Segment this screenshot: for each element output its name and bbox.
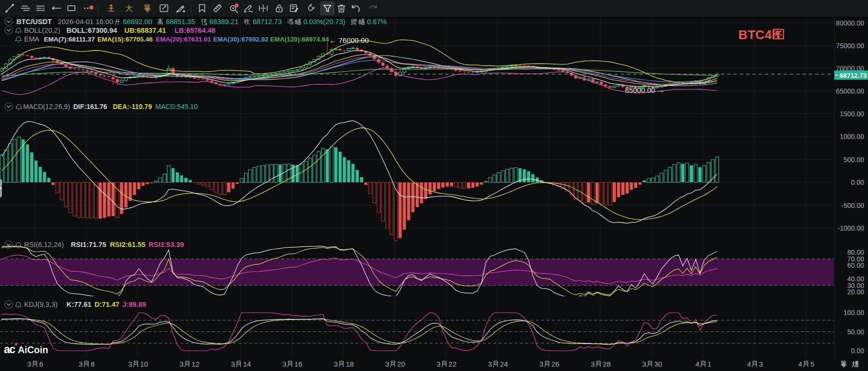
svg-text:RSI1:71.75: RSI1:71.75 [71, 241, 106, 248]
svg-text:J:89.89: J:89.89 [122, 301, 146, 308]
svg-text:1000.00: 1000.00 [840, 133, 864, 140]
svg-text:16: 16 [294, 360, 302, 368]
svg-text:BTC/USDT: BTC/USDT [16, 18, 52, 26]
svg-text:EMA(30):67692.92: EMA(30):67692.92 [213, 36, 269, 43]
svg-text:0.03%(20.73): 0.03%(20.73) [303, 18, 345, 26]
svg-text:24: 24 [500, 360, 508, 368]
svg-text:RSI3:53.39: RSI3:53.39 [149, 241, 184, 248]
svg-text:3: 3 [759, 360, 763, 368]
svg-text:-1000.00: -1000.00 [838, 224, 864, 232]
svg-text:3: 3 [334, 360, 338, 368]
svg-text:26: 26 [551, 360, 559, 368]
svg-text:8: 8 [91, 360, 95, 368]
svg-text:EMA(15):67705.46: EMA(15):67705.46 [97, 36, 153, 43]
svg-text:EMA(20):67631.01: EMA(20):67631.01 [156, 36, 211, 43]
svg-text:12: 12 [191, 360, 200, 368]
svg-text:3: 3 [179, 360, 183, 368]
svg-text:3: 3 [436, 360, 440, 368]
svg-text:65000.00 →: 65000.00 → [625, 86, 665, 94]
svg-text:500.00: 500.00 [843, 156, 864, 164]
svg-text:DIF:161.76: DIF:161.76 [73, 103, 107, 110]
svg-text:75000.00: 75000.00 [836, 42, 865, 50]
svg-text:3: 3 [540, 360, 543, 368]
svg-text:50.00: 50.00 [847, 328, 864, 336]
svg-text:3: 3 [642, 360, 646, 368]
svg-text:14: 14 [243, 360, 251, 368]
svg-text:28: 28 [603, 360, 611, 368]
svg-text:65000.00: 65000.00 [836, 87, 865, 95]
svg-text:30: 30 [654, 360, 663, 368]
svg-text:0.67%: 0.67% [367, 18, 387, 26]
svg-text:3: 3 [488, 360, 492, 368]
svg-text:1500.00: 1500.00 [840, 110, 864, 118]
svg-text:EMA: EMA [24, 35, 40, 43]
svg-text:100.00: 100.00 [843, 309, 864, 316]
svg-text:LB:65764.48: LB:65764.48 [175, 27, 216, 34]
svg-text:ac: ac [4, 343, 15, 356]
svg-text:3: 3 [231, 360, 235, 368]
svg-text:60.00: 60.00 [847, 261, 864, 269]
svg-text:1: 1 [707, 360, 711, 368]
svg-text:68851.35: 68851.35 [166, 18, 195, 26]
svg-text:AiCoin: AiCoin [18, 344, 48, 355]
svg-text:RSI(6,12,24): RSI(6,12,24) [24, 241, 64, 248]
svg-text:4: 4 [695, 360, 699, 368]
svg-text:KDJ(9,3,3): KDJ(9,3,3) [24, 301, 57, 308]
svg-text:20.00: 20.00 [847, 288, 864, 296]
svg-text:EMA(120):68974.84: EMA(120):68974.84 [270, 36, 329, 43]
svg-text:3: 3 [591, 360, 595, 368]
svg-text:4: 4 [747, 360, 751, 368]
svg-text:6: 6 [39, 360, 43, 368]
svg-text:0.00: 0.00 [851, 179, 864, 186]
svg-text:D:71.47: D:71.47 [95, 301, 120, 308]
svg-text:5: 5 [810, 360, 814, 368]
svg-text:EMA(7):68111.37: EMA(7):68111.37 [44, 36, 95, 43]
svg-text:10: 10 [140, 360, 149, 368]
svg-text:3: 3 [79, 360, 82, 368]
svg-text:MACD:545.10: MACD:545.10 [155, 103, 198, 110]
svg-text:20: 20 [397, 360, 406, 368]
svg-text:BOLL:67300.94: BOLL:67300.94 [67, 27, 117, 34]
svg-text:BOLL(20,2): BOLL(20,2) [24, 27, 60, 34]
svg-text:68712.73: 68712.73 [253, 18, 282, 26]
svg-text:DEA:-110.79: DEA:-110.79 [113, 103, 152, 110]
svg-text:3: 3 [128, 360, 132, 368]
svg-text:UB:68837.41: UB:68837.41 [124, 27, 166, 34]
svg-text:3: 3 [27, 360, 31, 368]
svg-text:3: 3 [385, 360, 389, 368]
svg-text:68712.73: 68712.73 [840, 72, 867, 79]
svg-text:2026-04-01 16:00: 2026-04-01 16:00 [58, 18, 113, 26]
svg-text:80000.00: 80000.00 [836, 19, 865, 27]
svg-text:18: 18 [346, 360, 354, 368]
svg-text:68692.00: 68692.00 [123, 18, 152, 26]
svg-text:-500.00: -500.00 [841, 202, 865, 209]
svg-text:← 76000.00: ← 76000.00 [329, 36, 369, 44]
svg-text:22: 22 [448, 360, 457, 368]
svg-text:68389.21: 68389.21 [209, 18, 238, 26]
svg-text:MACD(12,26,9): MACD(12,26,9) [23, 103, 70, 110]
svg-text:3: 3 [283, 360, 286, 368]
svg-text:RSI2:61.55: RSI2:61.55 [110, 241, 145, 248]
svg-text:4: 4 [799, 360, 802, 368]
svg-text:0.00: 0.00 [851, 347, 864, 355]
svg-text:K:77.61: K:77.61 [67, 301, 92, 308]
